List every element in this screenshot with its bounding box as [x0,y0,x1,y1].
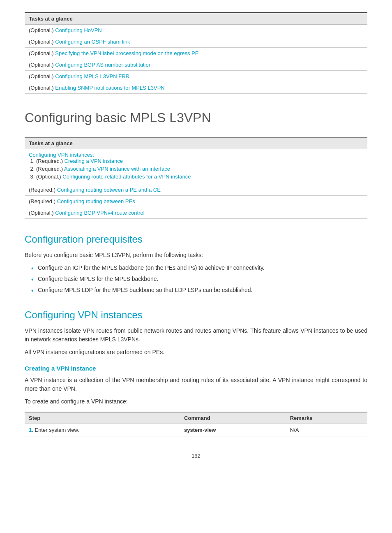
creating-vpn-para1: A VPN instance is a collection of the VP… [25,376,367,393]
task-link[interactable]: Creating a VPN instance [65,158,123,164]
config-vpn-para2: All VPN instance configurations are perf… [25,348,367,357]
task-prefix: (Optional.) [29,73,55,79]
top-task-row: (Optional.) Configuring an OSPF sham lin… [25,36,367,48]
step-number: 1. [29,427,35,433]
task-link[interactable]: Configuring routing between a PE and a C… [57,187,161,193]
task-link[interactable]: Configuring BGP AS number substitution [55,62,152,68]
config-vpn-title: Configuring VPN instances [25,309,367,321]
task-prefix: (Optional.) [29,39,55,45]
top-task-row: (Optional.) Configuring BGP AS number su… [25,59,367,71]
task-prefix: (Required.) [29,198,57,204]
config-prereqs-title: Configuration prerequisites [25,234,367,245]
task-list-item: (Required.) Associating a VPN instance w… [36,166,363,172]
inner-tasks-header: Tasks at a glance [25,137,367,149]
task-link[interactable]: Specifying the VPN label processing mode… [55,50,198,56]
prereqs-item: Configure basic MPLS for the MPLS backbo… [33,275,367,283]
step-row: 1. Enter system view.system-viewN/A [25,424,367,436]
step-cell: 1. Enter system view. [25,424,180,436]
prereqs-item: Configure an IGP for the MPLS backbone (… [33,264,367,272]
task-prefix: (Optional.) [29,85,55,91]
top-task-row: (Optional.) Enabling SNMP notifications … [25,82,367,94]
top-tasks-header: Tasks at a glance [25,13,367,25]
config-vpn-para1: VPN instances isolate VPN routes from pu… [25,327,367,344]
main-section-title: Configuring basic MPLS L3VPN [25,110,367,125]
item-prefix: (Optional.) [36,174,62,180]
config-prereqs-intro: Before you configure basic MPLS L3VPN, p… [25,251,367,260]
task-link-vpn-instances[interactable]: Configuring VPN instances: [29,152,94,158]
task-list-item: (Required.) Creating a VPN instance [36,158,363,164]
top-tasks-table: Tasks at a glance (Optional.) Configurin… [25,12,367,94]
step-table: Step Command Remarks 1. Enter system vie… [25,412,367,436]
inner-task-row: (Required.) Configuring routing between … [25,184,367,196]
task-link[interactable]: Configuring routing between PEs [57,198,135,204]
page-number: 182 [25,453,367,459]
inner-task-row: (Required.) Configuring routing between … [25,196,367,207]
top-task-row: (Optional.) Configuring MPLS L3VPN FRR [25,71,367,82]
task-prefix: (Required.) [29,187,57,193]
config-prereqs-list: Configure an IGP for the MPLS backbone (… [33,264,367,294]
task-link[interactable]: Enabling SNMP notifications for MPLS L3V… [55,85,164,91]
task-list-item: (Optional.) Configuring route related at… [36,174,363,180]
command-cell: system-view [180,424,286,436]
task-link[interactable]: Configuring MPLS L3VPN FRR [55,73,129,79]
top-task-row: (Optional.) Configuring HoVPN [25,25,367,36]
task-link[interactable]: Configuring an OSPF sham link [55,39,130,45]
task-link[interactable]: Configuring HoVPN [55,27,101,33]
inner-tasks-table: Tasks at a glance Configuring VPN instan… [25,137,367,219]
task-prefix: (Optional.) [29,50,55,56]
creating-vpn-para2: To create and configure a VPN instance: [25,397,367,406]
remarks-cell: N/A [286,424,367,436]
inner-task-row-vpn: Configuring VPN instances:(Required.) Cr… [25,149,367,184]
task-link[interactable]: Associating a VPN instance with an inter… [64,166,170,172]
command-col-header: Command [180,412,286,424]
inner-task-row: (Optional.) Configuring BGP VPNv4 route … [25,207,367,219]
task-link[interactable]: Configuring route related attributes for… [62,174,191,180]
remarks-col-header: Remarks [286,412,367,424]
task-prefix: (Optional.) [29,62,55,68]
creating-vpn-title: Creating a VPN instance [25,365,367,372]
item-prefix: (Required.) [36,158,65,164]
task-prefix: (Optional.) [29,27,55,33]
top-task-row: (Optional.) Specifying the VPN label pro… [25,48,367,59]
task-link[interactable]: Configuring BGP VPNv4 route control [55,210,144,216]
prereqs-item: Configure MPLS LDP for the MPLS backbone… [33,286,367,294]
step-col-header: Step [25,412,180,424]
task-prefix: (Optional.) [29,210,55,216]
item-prefix: (Required.) [36,166,64,172]
step-label: Enter system view. [35,427,79,433]
